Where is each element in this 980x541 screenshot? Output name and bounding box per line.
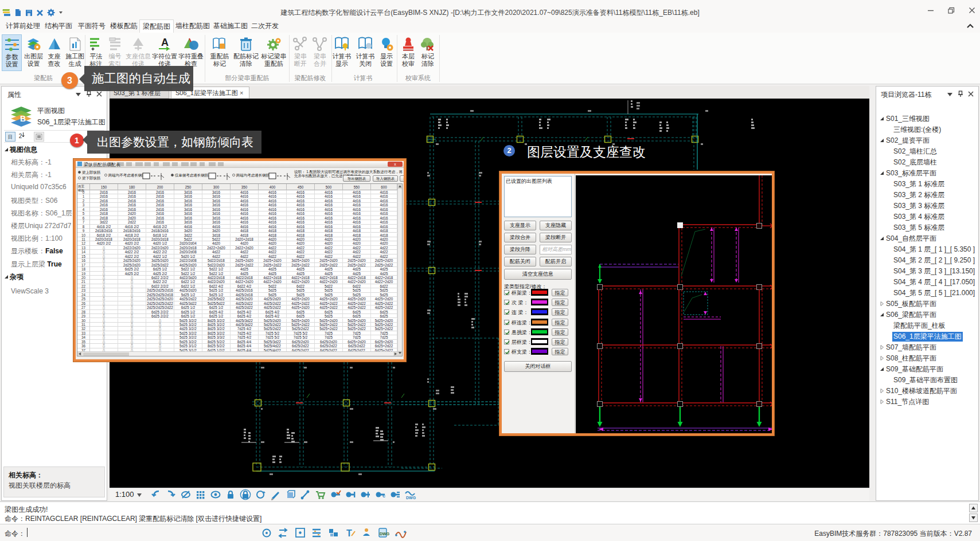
svg-text:DWG: DWG (406, 496, 416, 500)
svg-text:B: B (20, 114, 26, 123)
svg-text:c: c (382, 493, 385, 499)
svg-text:T: T (346, 528, 352, 538)
svg-text:A: A (161, 37, 169, 48)
svg-text:DWG: DWG (380, 532, 390, 536)
